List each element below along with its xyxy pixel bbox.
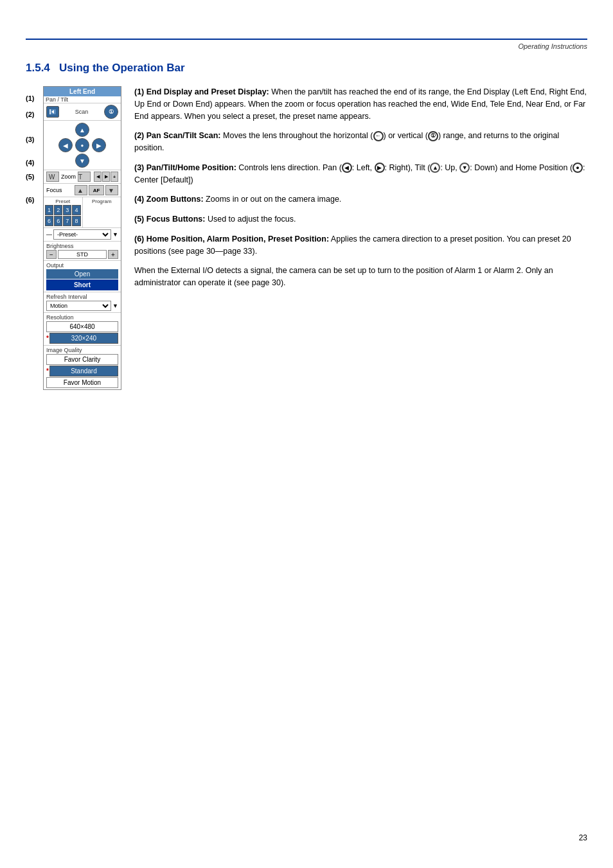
scan-right-btn[interactable]: ①	[104, 105, 118, 119]
pan-left-btn[interactable]: ◀	[58, 138, 73, 152]
label-2: (2)	[26, 111, 34, 118]
svg-text:▲: ▲	[77, 187, 84, 194]
zoom-extra3-btn[interactable]: +	[111, 172, 118, 182]
favor-clarity-btn[interactable]: Favor Clarity	[46, 354, 118, 365]
tilt-up-btn[interactable]: ▲	[75, 123, 89, 137]
brightness-label: Brightness	[46, 243, 118, 249]
preset-number-grid: 1 2 3 4 6 6 7 8	[45, 205, 81, 226]
focus-row: Focus ▲ AF ▼	[44, 184, 121, 197]
refresh-label: Refresh Interval	[46, 294, 118, 300]
zoom-row: W Zoom T ◀ ▶ +	[44, 170, 121, 184]
label-1: (1)	[26, 94, 34, 102]
end-display-row: Left End	[44, 87, 121, 96]
brightness-increase-btn[interactable]: +	[108, 250, 118, 259]
image-quality-label: Image Quality	[46, 347, 118, 353]
label-5: (5)	[26, 173, 34, 181]
standard-row: * Standard	[46, 366, 118, 376]
focus-near-btn[interactable]: ▲	[75, 185, 87, 195]
label-6: (6)	[26, 196, 34, 204]
standard-btn[interactable]: Standard	[49, 366, 118, 376]
page-number: 23	[579, 833, 587, 842]
favor-motion-btn[interactable]: Favor Motion	[46, 377, 118, 388]
zoom-tele-btn[interactable]: T	[78, 172, 91, 182]
refresh-dropdown-row: Motion ▼	[46, 301, 118, 311]
full-left-section: (1) (2) (3) (4) (5) (6)	[26, 86, 119, 390]
svg-text:▼: ▼	[108, 187, 114, 194]
desc-6: (6) Home Position, Alarm Position, Prese…	[134, 233, 587, 258]
focus-label: Focus	[46, 187, 73, 193]
res-320-btn[interactable]: 320×240	[49, 333, 118, 344]
ui-panel: Left End Pan / Tilt Scan	[43, 86, 121, 390]
content-area: (1) (2) (3) (4) (5) (6)	[26, 86, 587, 390]
preset-btn-4[interactable]: 4	[72, 205, 80, 215]
preset-btn-3[interactable]: 3	[63, 205, 71, 215]
zoom-label: Zoom	[61, 173, 76, 180]
res-640-btn[interactable]: 640×480	[46, 321, 118, 332]
scan-label: Scan	[61, 109, 102, 115]
resolution-label: Resolution	[46, 314, 118, 321]
tilt-down-btn[interactable]: ▼	[75, 154, 89, 168]
preset-btn-6a[interactable]: 6	[45, 216, 53, 226]
preset-section: Preset 1 2 3 4 6 6 7 8	[44, 197, 83, 227]
desc-3: (3) Pan/Tilt/Home Position: Controls len…	[134, 162, 587, 186]
refresh-section: Refresh Interval Motion ▼	[44, 292, 121, 313]
brightness-decrease-btn[interactable]: −	[46, 250, 57, 259]
std-label: STD	[58, 250, 107, 259]
resolution-section: Resolution 640×480 * 320×240	[44, 313, 121, 346]
desc-2: (2) Pan Scan/Tilt Scan: Moves the lens t…	[134, 130, 587, 154]
home-btn[interactable]: ●	[75, 138, 89, 152]
refresh-dropdown[interactable]: Motion	[46, 301, 111, 311]
dir-up-row: ▲	[75, 123, 89, 137]
preset-program-row: Preset 1 2 3 4 6 6 7 8 Progr	[44, 197, 121, 228]
operation-bar-panel: (1) (2) (3) (4) (5) (6)	[26, 86, 119, 390]
output-section: Output Open Short	[44, 261, 121, 292]
zoom-extra2-btn[interactable]: ▶	[102, 172, 110, 182]
focus-far-btn[interactable]: ▼	[105, 185, 118, 195]
scan-left-btn[interactable]	[46, 106, 59, 118]
zoom-wide-btn[interactable]: W	[46, 172, 59, 182]
scan-row: Scan ①	[44, 103, 121, 121]
preset-btn-6b[interactable]: 6	[54, 216, 62, 226]
preset-btn-1[interactable]: 1	[45, 205, 53, 215]
dir-down-row: ▼	[75, 154, 89, 168]
pan-tilt-label: Pan / Tilt	[44, 96, 121, 103]
brightness-controls: − STD +	[46, 250, 118, 259]
preset-btn-2[interactable]: 2	[54, 205, 62, 215]
direction-group: ▲ ◀ ● ▶ ▼	[44, 121, 121, 170]
desc-7: When the External I/O detects a signal, …	[134, 265, 587, 289]
section-title: 1.5.4 Using the Operation Bar	[26, 62, 587, 75]
svg-text:T: T	[78, 173, 82, 181]
preset-btn-8[interactable]: 8	[72, 216, 80, 226]
preset-dropdown-row: — -Preset- ▼	[44, 228, 121, 242]
description-panel: (1) End Display and Preset Display: When…	[134, 86, 587, 390]
short-btn[interactable]: Short	[46, 279, 118, 290]
program-header: Program	[84, 199, 120, 204]
preset-dropdown[interactable]: -Preset-	[53, 229, 111, 240]
brightness-section: Brightness − STD +	[44, 242, 121, 261]
image-quality-section: Image Quality Favor Clarity * Standard F…	[44, 346, 121, 389]
dir-middle-row: ◀ ● ▶	[58, 138, 106, 152]
extra-zoom-btns: ◀ ▶ +	[94, 172, 118, 182]
program-section: Program	[83, 197, 121, 227]
top-rule	[26, 39, 587, 40]
preset-header: Preset	[45, 199, 81, 204]
breadcrumb: Operating Instructions	[0, 42, 587, 50]
preset-btn-7[interactable]: 7	[63, 216, 71, 226]
zoom-extra1-btn[interactable]: ◀	[94, 172, 102, 182]
label-3: (3)	[26, 136, 34, 143]
open-btn[interactable]: Open	[46, 269, 118, 279]
desc-5: (5) Focus Buttons: Used to adjust the fo…	[134, 213, 587, 226]
pan-right-btn[interactable]: ▶	[92, 138, 106, 152]
svg-text:W: W	[49, 173, 55, 181]
desc-4: (4) Zoom Buttons: Zooms in or out on the…	[134, 193, 587, 206]
output-label: Output	[46, 262, 118, 269]
label-4: (4)	[26, 159, 34, 166]
desc-1: (1) End Display and Preset Display: When…	[134, 86, 587, 122]
res-320-row: * 320×240	[46, 333, 118, 344]
af-btn[interactable]: AF	[89, 185, 104, 195]
numbering-col: (1) (2) (3) (4) (5) (6)	[26, 86, 41, 390]
